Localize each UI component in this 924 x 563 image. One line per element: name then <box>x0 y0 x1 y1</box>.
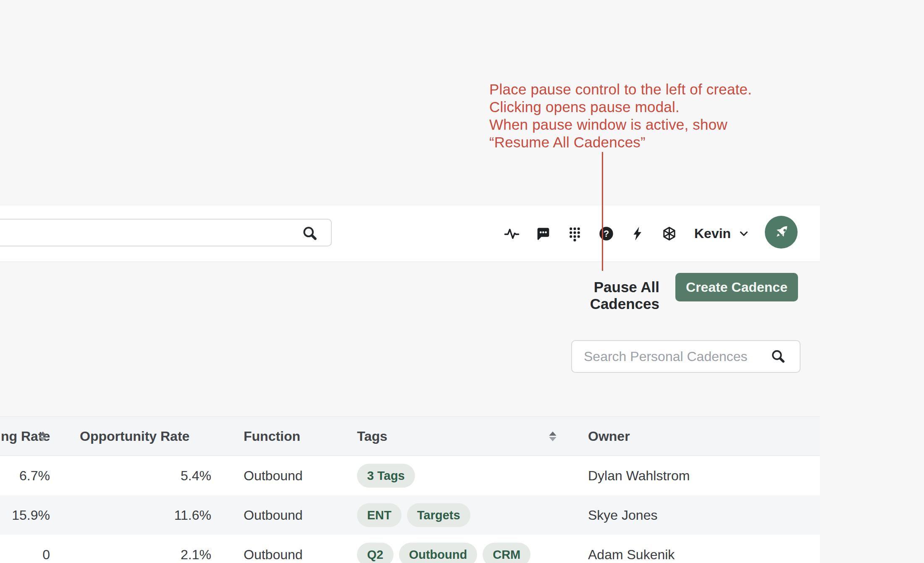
cadence-table: ng Rate Opportunity Rate Function Tags O… <box>0 416 820 563</box>
annotation-line: When pause window is active, show <box>489 116 752 134</box>
search-icon[interactable] <box>302 225 318 242</box>
table-body: 6.7%5.4%Outbound3 TagsDylan Wahlstrom15.… <box>0 456 820 563</box>
tag-pill[interactable]: ENT <box>357 503 402 527</box>
avatar[interactable] <box>765 216 798 249</box>
annotation-line: Place pause control to the left of creat… <box>489 81 752 98</box>
cell-function: Outbound <box>244 547 303 563</box>
annotation-note: Place pause control to the left of creat… <box>489 81 752 151</box>
dialpad-icon[interactable] <box>567 226 583 241</box>
hex-cube-icon[interactable] <box>662 226 677 241</box>
tag-pill[interactable]: Q2 <box>357 543 394 563</box>
create-cadence-button[interactable]: Create Cadence <box>675 273 798 301</box>
table-row[interactable]: 02.1%OutboundQ2OutboundCRMAdam Sukenik <box>0 535 820 563</box>
sort-icon[interactable] <box>546 429 559 443</box>
metric-rate: 0 <box>0 547 50 563</box>
table-row[interactable]: 15.9%11.6%OutboundENTTargetsSkye Jones <box>0 495 820 535</box>
cell-tags: Q2OutboundCRM <box>357 543 530 563</box>
cell-tags: ENTTargets <box>357 503 470 527</box>
metric-rate: 15.9% <box>0 508 50 523</box>
cell-owner: Skye Jones <box>588 508 657 523</box>
tag-pill[interactable]: CRM <box>483 543 530 563</box>
annotation-connector-line <box>602 152 603 271</box>
svg-text:?: ? <box>604 228 609 239</box>
metric-opportunity-rate: 11.6% <box>126 508 211 523</box>
screenshot-canvas: Place pause control to the left of creat… <box>0 0 924 563</box>
table-row[interactable]: 6.7%5.4%Outbound3 TagsDylan Wahlstrom <box>0 456 820 495</box>
annotation-line: “Resume All Cadences” <box>489 134 752 151</box>
metric-opportunity-rate: 2.1% <box>126 547 211 563</box>
personal-cadences-search-input[interactable] <box>571 340 801 373</box>
cell-owner: Adam Sukenik <box>588 547 675 563</box>
header-function: Function <box>244 429 300 444</box>
header-tags[interactable]: Tags <box>357 429 387 444</box>
help-icon[interactable]: ? <box>598 226 614 241</box>
metric-opportunity-rate: 5.4% <box>126 468 211 484</box>
cell-function: Outbound <box>244 508 303 523</box>
metric-rate: 6.7% <box>0 468 50 484</box>
pause-all-cadences-control[interactable]: Pause All Cadences <box>538 279 659 312</box>
navbar-icon-group: ? <box>504 205 677 262</box>
tag-pill[interactable]: Outbound <box>399 543 478 563</box>
global-search-input[interactable] <box>0 219 332 246</box>
user-name: Kevin <box>694 226 731 241</box>
header-opportunity-rate: Opportunity Rate <box>80 429 189 444</box>
cell-function: Outbound <box>244 468 303 484</box>
cell-tags: 3 Tags <box>357 464 415 488</box>
chevron-down-icon <box>738 227 750 240</box>
cell-owner: Dylan Wahlstrom <box>588 468 690 484</box>
sort-icon[interactable] <box>36 429 50 443</box>
pulse-activity-icon[interactable] <box>504 226 520 241</box>
lightning-bolt-icon[interactable] <box>630 226 646 241</box>
table-header-row: ng Rate Opportunity Rate Function Tags O… <box>0 416 820 456</box>
header-owner: Owner <box>588 429 630 444</box>
rocket-icon <box>772 223 791 242</box>
search-icon[interactable] <box>770 348 786 364</box>
tag-pill[interactable]: Targets <box>407 503 470 527</box>
top-navbar: ? Kevin <box>0 205 820 262</box>
tag-pill[interactable]: 3 Tags <box>357 464 415 488</box>
chat-bubble-icon[interactable] <box>536 226 551 241</box>
user-menu[interactable]: Kevin <box>694 205 750 262</box>
annotation-line: Clicking opens pause modal. <box>489 98 752 116</box>
